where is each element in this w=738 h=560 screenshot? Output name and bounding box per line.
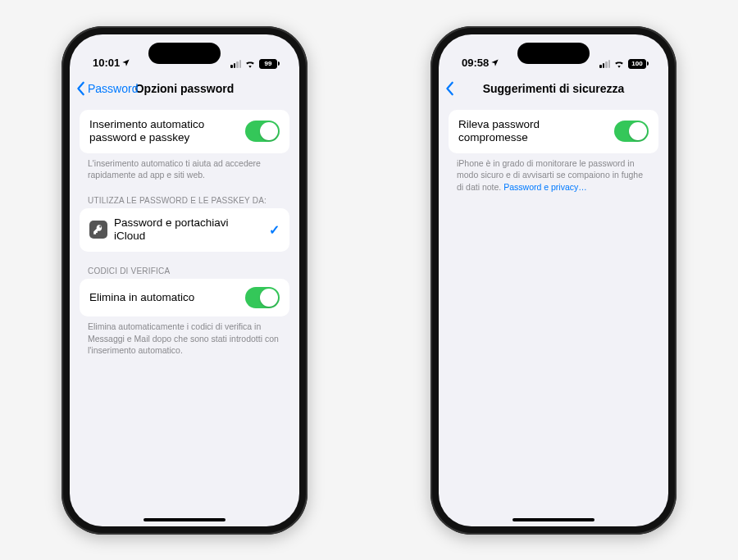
home-indicator[interactable] bbox=[512, 518, 594, 521]
location-icon bbox=[490, 58, 499, 67]
status-time: 10:01 bbox=[93, 57, 120, 69]
source-label: Password e portachiavi iCloud bbox=[114, 216, 262, 244]
back-button[interactable] bbox=[445, 81, 455, 96]
cellular-icon bbox=[599, 60, 610, 68]
battery-icon: 100 bbox=[628, 59, 649, 69]
content-area: Rileva password compromesse iPhone è in … bbox=[439, 105, 668, 526]
autofill-footer: L'inserimento automatico ti aiuta ad acc… bbox=[80, 153, 289, 180]
wifi-icon bbox=[244, 59, 256, 68]
iphone-right: 09:58 100 Suggerimenti di sicurezza Rile… bbox=[430, 26, 676, 535]
compromised-footer: iPhone è in grado di monitorare le passw… bbox=[449, 153, 658, 193]
checkmark-icon: ✓ bbox=[269, 222, 280, 238]
source-icloud-row[interactable]: Password e portachiavi iCloud ✓ bbox=[80, 208, 289, 253]
navigation-bar: Password Opzioni password bbox=[70, 72, 299, 105]
delete-codes-toggle[interactable] bbox=[245, 287, 280, 308]
compromised-row[interactable]: Rileva password compromesse bbox=[449, 110, 658, 154]
wifi-icon bbox=[613, 59, 625, 68]
cellular-icon bbox=[230, 60, 241, 68]
page-title: Suggerimenti di sicurezza bbox=[439, 82, 668, 95]
home-indicator[interactable] bbox=[144, 518, 226, 521]
back-label: Password bbox=[88, 82, 138, 95]
content-area: Inserimento automatico password e passke… bbox=[70, 105, 299, 526]
chevron-left-icon bbox=[445, 81, 455, 96]
screen-left: 10:01 99 Password Opzioni password Inse bbox=[70, 34, 299, 526]
dynamic-island bbox=[148, 43, 221, 64]
back-button[interactable]: Password bbox=[76, 81, 138, 96]
compromised-label: Rileva password compromesse bbox=[458, 118, 608, 146]
status-time: 09:58 bbox=[462, 57, 489, 69]
autofill-label: Inserimento automatico password e passke… bbox=[89, 118, 239, 146]
autofill-toggle[interactable] bbox=[245, 121, 280, 142]
codes-header: CODICI DI VERIFICA bbox=[80, 266, 289, 279]
key-icon bbox=[89, 221, 107, 239]
compromised-toggle[interactable] bbox=[614, 121, 649, 142]
screen-right: 09:58 100 Suggerimenti di sicurezza Rile… bbox=[439, 34, 668, 526]
group-compromised: Rileva password compromesse iPhone è in … bbox=[449, 110, 658, 193]
delete-codes-label: Elimina in automatico bbox=[89, 291, 239, 305]
autofill-row[interactable]: Inserimento automatico password e passke… bbox=[80, 110, 289, 154]
sources-header: UTILIZZA LE PASSWORD E LE PASSKEY DA: bbox=[80, 196, 289, 208]
group-autofill: Inserimento automatico password e passke… bbox=[80, 110, 289, 181]
iphone-left: 10:01 99 Password Opzioni password Inse bbox=[61, 26, 308, 535]
group-codes: CODICI DI VERIFICA Elimina in automatico… bbox=[80, 266, 289, 356]
codes-footer: Elimina automaticamente i codici di veri… bbox=[80, 316, 289, 356]
privacy-link[interactable]: Password e privacy… bbox=[503, 182, 587, 192]
dynamic-island bbox=[517, 43, 590, 64]
delete-codes-row[interactable]: Elimina in automatico bbox=[80, 279, 289, 316]
battery-icon: 99 bbox=[259, 59, 280, 69]
group-sources: UTILIZZA LE PASSWORD E LE PASSKEY DA: Pa… bbox=[80, 196, 289, 253]
location-icon bbox=[121, 58, 130, 67]
navigation-bar: Suggerimenti di sicurezza bbox=[439, 72, 668, 105]
chevron-left-icon bbox=[76, 81, 86, 96]
